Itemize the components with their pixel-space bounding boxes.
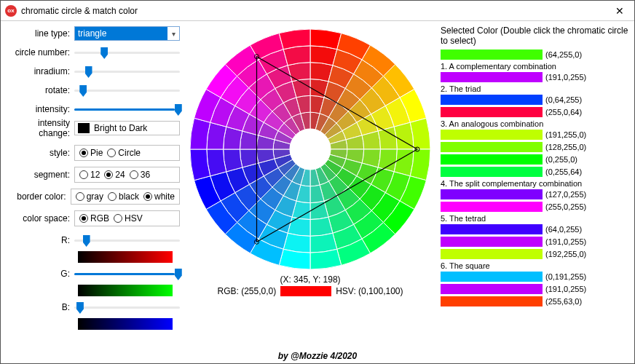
hsv-readout: HSV: (0,100,100) <box>336 286 403 296</box>
app-icon: ox <box>5 5 17 17</box>
g-slider[interactable] <box>74 267 180 280</box>
swatch-row: (255,0,255) <box>441 201 630 213</box>
radio-dot-icon <box>79 170 88 179</box>
bordercolor-option-gray[interactable]: gray <box>76 191 103 202</box>
circlenumber-label: circle number: <box>5 47 74 58</box>
segment-option-24[interactable]: 24 <box>104 170 125 180</box>
radio-dot-icon <box>130 170 138 179</box>
swatch-row: (191,0,255) <box>441 283 630 295</box>
intensitychange-text: Bright to Dark <box>94 123 147 133</box>
b-slider[interactable] <box>74 301 180 314</box>
window-title: chromatic circle & match color <box>21 6 610 16</box>
swatch-row: (0,255,0) <box>441 154 630 165</box>
swatch-label: (127,0,255) <box>545 190 586 199</box>
radio-dot-icon <box>143 192 152 201</box>
segment-option-12[interactable]: 12 <box>79 170 100 180</box>
swatch <box>441 154 543 165</box>
style-option-pie[interactable]: Pie <box>79 148 103 158</box>
rotate-slider[interactable] <box>74 84 180 97</box>
swatch <box>441 284 543 294</box>
colorspace-option-hsv[interactable]: HSV <box>114 213 143 223</box>
swatch <box>441 130 543 140</box>
swatch <box>441 167 543 177</box>
style-options: PieCircle <box>74 145 180 161</box>
swatch-row: (191,0,255) <box>441 236 630 248</box>
group-title-2: 2. The triad <box>441 84 630 93</box>
segment-option-36[interactable]: 36 <box>130 170 150 180</box>
bordercolor-label: border color: <box>5 191 71 202</box>
intensitychange-swatch <box>78 123 90 133</box>
inradium-slider[interactable] <box>74 65 180 78</box>
radio-dot-icon <box>104 170 113 179</box>
swatch-row: (127,0,255) <box>441 189 630 200</box>
swatch <box>441 272 543 282</box>
svg-point-0 <box>290 129 331 170</box>
titlebar: ox chromatic circle & match color ✕ <box>1 1 634 21</box>
swatch-row: (191,0,255) <box>441 71 630 83</box>
segment-label: segment: <box>5 170 74 180</box>
group-title-4: 4. The split complementary combination <box>441 179 630 188</box>
swatch-label: (0,255,0) <box>545 155 577 164</box>
rgb-readout: RGB: (255,0,0) <box>218 286 277 296</box>
swatch-label: (0,255,64) <box>545 167 582 176</box>
bordercolor-option-black[interactable]: black <box>108 191 139 202</box>
swatch-label: (0,64,255) <box>545 95 582 104</box>
swatch-row: (64,0,255) <box>441 223 630 235</box>
colorspace-option-rgb[interactable]: RGB <box>79 213 109 223</box>
rgb-swatch <box>280 286 331 296</box>
wheel-panel: (X: 345, Y: 198) RGB: (255,0,0) HSV: (0,… <box>183 25 438 333</box>
chevron-down-icon: ▾ <box>167 30 179 38</box>
swatch <box>441 237 543 247</box>
swatch-label: (255,0,255) <box>545 202 586 211</box>
swatch <box>441 95 543 105</box>
linetype-combo[interactable]: triangle ▾ <box>74 26 180 41</box>
swatch-label: (191,0,255) <box>545 73 586 82</box>
selected-main-swatch <box>441 50 543 60</box>
swatch-row: (255,63,0) <box>441 296 630 307</box>
group-title-1: 1. A complementary combination <box>441 62 630 71</box>
intensitychange-label: intensity change: <box>5 118 74 138</box>
swatch-row: (192,255,0) <box>441 248 630 260</box>
selected-main-label: (64,255,0) <box>545 50 582 59</box>
swatch-label: (0,191,255) <box>545 272 586 281</box>
swatch-row: (128,255,0) <box>441 141 630 153</box>
close-button[interactable]: ✕ <box>610 5 630 17</box>
swatch-row: (191,255,0) <box>441 129 630 141</box>
results-panel: Selected Color (Double click the chromat… <box>441 25 630 333</box>
circlenumber-slider[interactable] <box>74 46 180 59</box>
style-label: style: <box>5 148 74 158</box>
selected-title: Selected Color (Double click the chromat… <box>441 25 630 46</box>
bordercolor-option-white[interactable]: white <box>143 191 175 202</box>
linetype-label: line type: <box>5 28 74 39</box>
b-slider-label: B: <box>5 302 74 312</box>
controls-panel: line type: triangle ▾ circle number: inr… <box>5 25 180 333</box>
swatch-row: (0,64,255) <box>441 94 630 106</box>
intensitychange-box[interactable]: Bright to Dark <box>74 121 180 135</box>
r-gradient <box>78 251 173 263</box>
segment-options: 122436 <box>74 167 180 183</box>
colorspace-options: RGBHSV <box>74 210 180 226</box>
swatch <box>441 189 543 199</box>
radio-dot-icon <box>76 192 84 201</box>
swatch <box>441 296 543 306</box>
swatch-label: (64,0,255) <box>545 225 582 234</box>
radio-dot-icon <box>114 214 122 223</box>
swatch-row: (255,0,64) <box>441 106 630 118</box>
r-slider[interactable] <box>74 234 180 247</box>
intensity-slider[interactable] <box>74 103 180 116</box>
chromatic-wheel[interactable] <box>186 25 434 273</box>
radio-dot-icon <box>107 149 116 157</box>
bordercolor-options: grayblackwhite <box>71 189 180 205</box>
style-option-circle[interactable]: Circle <box>107 148 141 158</box>
swatch <box>441 107 543 117</box>
swatch <box>441 249 543 259</box>
intensity-label: intensity: <box>5 104 74 114</box>
swatch-row: (0,255,64) <box>441 166 630 178</box>
xy-readout: (X: 345, Y: 198) <box>183 274 438 285</box>
inradium-label: inradium: <box>5 66 74 76</box>
b-gradient <box>78 318 173 330</box>
swatch-label: (191,255,0) <box>545 130 586 139</box>
swatch-label: (191,0,255) <box>545 237 586 246</box>
swatch-label: (191,0,255) <box>545 285 586 293</box>
swatch-label: (128,255,0) <box>545 143 586 151</box>
